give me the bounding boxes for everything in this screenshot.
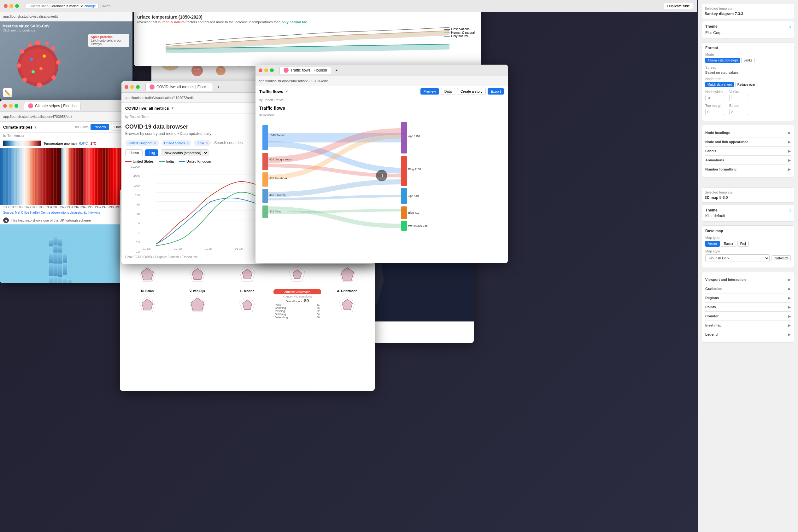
number-format-header[interactable]: Number formatting ▶ xyxy=(705,167,791,171)
graticules-header[interactable]: Graticules ▶ xyxy=(705,287,791,290)
legend-header[interactable]: Legend ▶ xyxy=(705,332,791,336)
svg-point-2 xyxy=(35,40,40,45)
match-btn[interactable]: Match data sheet xyxy=(705,82,734,87)
climate-tab[interactable]: Climate stripes | Flourish xyxy=(24,102,81,110)
bottom-input[interactable] xyxy=(729,109,748,115)
traffic-chart-title: Traffic flows xyxy=(255,103,508,113)
linear-mode-btn[interactable]: Linear xyxy=(125,149,143,156)
mode-buttons: Alluvial (step-by-step) Sanke xyxy=(705,58,791,63)
svg-text:Blog 1108: Blog 1108 xyxy=(408,168,421,171)
node-headings-header[interactable]: Node headings ▶ xyxy=(705,131,791,135)
svg-rect-51 xyxy=(27,148,29,205)
uk-chip[interactable]: United Kingdom ✕ xyxy=(125,140,159,146)
svg-rect-79 xyxy=(71,148,73,205)
inset-header[interactable]: Inset map ▶ xyxy=(705,323,791,327)
viewport-header[interactable]: Viewport and interaction ▶ xyxy=(705,278,791,282)
player-salah: M. Salah xyxy=(124,289,171,319)
theme2-info[interactable]: ℹ xyxy=(790,209,791,212)
hex-map-visual xyxy=(0,224,128,283)
climate-close[interactable] xyxy=(3,104,7,108)
svg-marker-166 xyxy=(141,268,153,280)
svg-rect-43 xyxy=(14,148,16,205)
svg-rect-64 xyxy=(47,148,49,205)
map-style-select[interactable]: Flourish Dark xyxy=(705,254,769,262)
covid-tab[interactable]: COVID live: all metrics | Flour... xyxy=(145,83,213,91)
svg-rect-57 xyxy=(36,148,38,205)
customize-btn[interactable]: Customize xyxy=(772,255,791,261)
us-chip[interactable]: United States ✕ xyxy=(162,140,192,146)
pause-button[interactable]: ⏸ xyxy=(376,170,387,181)
svg-rect-122 xyxy=(49,253,53,264)
maximize-dot[interactable] xyxy=(15,4,19,8)
node-appearance-header[interactable]: Node and link appearance ▶ xyxy=(705,140,791,144)
prev-btn[interactable]: ◀ xyxy=(3,217,9,223)
climate-preview-btn[interactable]: Preview xyxy=(91,124,109,130)
log-mode-btn[interactable]: Log xyxy=(145,149,158,156)
traffic-min[interactable] xyxy=(264,69,268,72)
climate-url: app.flourish.studio/visualisation/470395… xyxy=(3,115,72,118)
traffic-urlbar: app.flourish.studio/visualisation/509263… xyxy=(255,76,508,86)
traffic-preview-btn[interactable]: Preview xyxy=(420,88,439,95)
edit-button[interactable]: ✏️ xyxy=(3,88,12,97)
minimize-dot[interactable] xyxy=(10,4,13,8)
source-link[interactable]: Source: Met Office Hadley Centre observa… xyxy=(0,210,128,215)
climate-author: by Tom Armour xyxy=(0,133,128,139)
corona-urlbar: app.flourish.studio/visualisation/edit xyxy=(0,11,132,21)
svg-rect-81 xyxy=(74,148,76,205)
covid-tab-title: COVID live: all metrics | Flour... xyxy=(157,85,209,89)
svg-rect-101 xyxy=(106,148,107,205)
points-header[interactable]: Points ▶ xyxy=(705,305,791,309)
duplicate-slide-button[interactable]: Duplicate slide xyxy=(664,3,693,9)
traffic-max[interactable] xyxy=(270,69,274,72)
svg-point-12 xyxy=(42,55,46,58)
vector-btn[interactable]: Vector xyxy=(705,241,720,247)
traffic-tab[interactable]: Traffic flows | Flourish xyxy=(279,66,331,74)
change-link[interactable]: change xyxy=(85,4,96,8)
metric-select[interactable]: New deaths (smoothed) xyxy=(161,149,208,156)
traffic-data-btn[interactable]: Data xyxy=(441,88,455,95)
svg-point-3 xyxy=(51,46,55,51)
svg-rect-75 xyxy=(65,148,66,205)
india-chip[interactable]: India ✕ xyxy=(194,140,211,146)
export-btn[interactable]: Export xyxy=(488,88,504,95)
saved-text: Saved xyxy=(101,4,110,8)
svg-rect-82 xyxy=(76,148,77,205)
theme-info-icon[interactable]: ℹ xyxy=(790,25,791,28)
map-style-label: Map style xyxy=(705,249,791,253)
close-dot[interactable] xyxy=(4,4,7,8)
country-search[interactable] xyxy=(213,140,254,146)
top-margin-input[interactable] xyxy=(705,109,724,115)
counter-header[interactable]: Counter ▶ xyxy=(705,314,791,318)
proj-btn[interactable]: Proj xyxy=(738,241,749,247)
accordion-counter: Counter ▶ xyxy=(705,312,791,321)
accordion-sections: Node headings ▶ Node and link appearance… xyxy=(702,125,794,177)
traffic-close[interactable] xyxy=(259,69,262,72)
svg-rect-46 xyxy=(19,148,20,205)
create-story-btn[interactable]: Create a story xyxy=(457,88,486,95)
svg-rect-92 xyxy=(91,148,93,205)
svg-rect-119 xyxy=(58,246,62,253)
covid-max[interactable] xyxy=(136,85,140,89)
covid-close[interactable] xyxy=(125,85,128,89)
sankey-btn[interactable]: Sanke xyxy=(741,58,755,63)
svg-marker-168 xyxy=(192,268,203,280)
svg-rect-45 xyxy=(17,148,19,205)
climate-window: Climate stripes | Flourish app.flourish.… xyxy=(0,100,128,283)
current-slide-label: Current slide xyxy=(29,4,48,8)
accordion-number-format: Number formatting ▶ xyxy=(705,165,791,174)
climate-min[interactable] xyxy=(9,104,13,108)
raster-btn[interactable]: Raster xyxy=(721,241,736,247)
svg-rect-41 xyxy=(11,148,13,205)
climate-max[interactable] xyxy=(15,104,18,108)
reduce-btn[interactable]: Reduce over xyxy=(735,82,758,87)
mode-label: Mode xyxy=(705,53,791,56)
vertical-input[interactable] xyxy=(729,95,748,101)
svg-rect-56 xyxy=(35,148,36,205)
labels-header[interactable]: Labels ▶ xyxy=(705,149,791,153)
animations-header[interactable]: Animations ▶ xyxy=(705,158,791,162)
regions-header[interactable]: Regions ▶ xyxy=(705,296,791,300)
node-width-input[interactable] xyxy=(705,95,724,101)
svg-rect-78 xyxy=(69,148,71,205)
covid-min[interactable] xyxy=(130,85,134,89)
alluvial-btn[interactable]: Alluvial (step-by-step) xyxy=(705,58,740,63)
